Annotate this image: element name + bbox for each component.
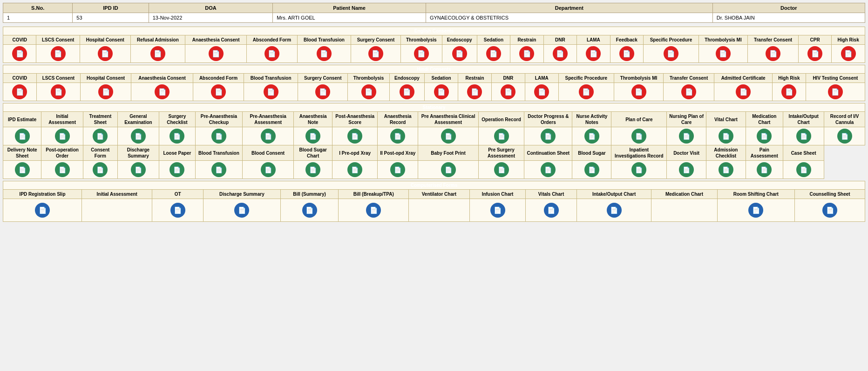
form-icon[interactable]: 📄 [494, 129, 509, 144]
form-icon[interactable]: 📄 [541, 162, 556, 177]
document-icon[interactable]: 📄 [736, 84, 751, 99]
form-icon[interactable]: 📄 [390, 129, 405, 144]
form-icon[interactable]: 📄 [541, 129, 556, 144]
document-icon[interactable]: 📄 [828, 84, 843, 99]
print-icon[interactable]: 📄 [607, 203, 622, 218]
form-icon[interactable]: 📄 [131, 129, 146, 144]
form-icon[interactable]: 📄 [796, 162, 811, 177]
document-icon[interactable]: 📄 [264, 84, 278, 99]
document-icon[interactable]: 📄 [519, 46, 534, 61]
form-icon[interactable]: 📄 [757, 129, 772, 144]
document-icon[interactable]: 📄 [12, 84, 27, 99]
document-icon[interactable]: 📄 [51, 46, 66, 61]
form-icon[interactable]: 📄 [15, 129, 30, 144]
document-icon[interactable]: 📄 [317, 46, 332, 61]
document-icon[interactable]: 📄 [579, 84, 594, 99]
form-icon[interactable]: 📄 [584, 129, 599, 144]
form-icon[interactable]: 📄 [441, 162, 456, 177]
document-icon[interactable]: 📄 [368, 46, 383, 61]
print-icon[interactable]: 📄 [302, 203, 317, 218]
form-icon[interactable]: 📄 [679, 162, 694, 177]
form-icon[interactable]: 📄 [796, 129, 811, 144]
print-icon[interactable]: 📄 [748, 203, 763, 218]
form-icon[interactable]: 📄 [305, 129, 320, 144]
icon-cell: 📄 [3, 45, 36, 63]
print-icon[interactable]: 📄 [366, 203, 381, 218]
form-icon[interactable]: 📄 [55, 162, 70, 177]
col-header: Admission Checklist [706, 145, 746, 161]
form-icon[interactable]: 📄 [631, 162, 646, 177]
form-icon[interactable]: 📄 [631, 129, 646, 144]
form-icon[interactable]: 📄 [211, 162, 226, 177]
form-icon[interactable]: 📄 [719, 162, 733, 177]
document-icon[interactable]: 📄 [452, 46, 467, 61]
document-icon[interactable]: 📄 [586, 46, 601, 61]
document-icon[interactable]: 📄 [264, 46, 279, 61]
document-icon[interactable]: 📄 [781, 84, 796, 99]
form-icon[interactable]: 📄 [584, 162, 599, 177]
icon-cell: 📄 [706, 161, 746, 179]
form-icon[interactable]: 📄 [679, 129, 694, 144]
print-icon[interactable]: 📄 [544, 203, 559, 218]
document-icon[interactable]: 📄 [553, 46, 568, 61]
form-icon[interactable]: 📄 [347, 129, 362, 144]
document-icon[interactable]: 📄 [716, 46, 731, 61]
form-icon[interactable]: 📄 [170, 129, 184, 144]
form-icon[interactable]: 📄 [757, 162, 772, 177]
document-icon[interactable]: 📄 [51, 84, 66, 99]
form-icon[interactable]: 📄 [93, 129, 108, 144]
icon-cell: 📄 [510, 45, 543, 63]
document-icon[interactable]: 📄 [467, 84, 482, 99]
print-icon[interactable]: 📄 [234, 203, 249, 218]
document-icon[interactable]: 📄 [631, 84, 646, 99]
document-icon[interactable]: 📄 [766, 46, 780, 61]
form-icon[interactable]: 📄 [837, 129, 852, 144]
document-icon[interactable]: 📄 [501, 84, 515, 99]
form-icon[interactable]: 📄 [390, 162, 405, 177]
document-icon[interactable]: 📄 [664, 46, 678, 61]
document-icon[interactable]: 📄 [414, 46, 429, 61]
document-icon[interactable]: 📄 [12, 46, 27, 61]
document-icon[interactable]: 📄 [98, 84, 113, 99]
form-icon[interactable]: 📄 [93, 162, 108, 177]
form-icon[interactable]: 📄 [131, 162, 146, 177]
icon-cell: 📄 [558, 83, 614, 101]
form-icon[interactable]: 📄 [305, 162, 320, 177]
document-icon[interactable]: 📄 [98, 46, 113, 61]
form-icon[interactable]: 📄 [15, 162, 30, 177]
computerised-table: Computerised Forms IPD Registration Slip… [3, 181, 865, 222]
form-icon[interactable]: 📄 [494, 162, 509, 177]
document-icon[interactable]: 📄 [534, 84, 549, 99]
document-icon[interactable]: 📄 [486, 46, 501, 61]
icon-cell: 📄 [152, 199, 203, 222]
print-icon[interactable]: 📄 [170, 203, 185, 218]
form-icon[interactable]: 📄 [441, 129, 456, 144]
icon-cell: 📄 [524, 127, 572, 145]
document-icon[interactable]: 📄 [211, 84, 226, 99]
form-icon[interactable]: 📄 [719, 129, 733, 144]
icon-cell: 📄 [667, 127, 706, 145]
col-header: Blood Sugar Chart [294, 145, 332, 161]
form-icon[interactable]: 📄 [261, 129, 276, 144]
document-icon[interactable]: 📄 [150, 46, 165, 61]
form-icon[interactable]: 📄 [347, 162, 362, 177]
col-header: Blood Sugar [572, 145, 611, 161]
document-icon[interactable]: 📄 [209, 46, 224, 61]
document-icon[interactable]: 📄 [361, 84, 376, 99]
document-icon[interactable]: 📄 [400, 84, 414, 99]
print-icon[interactable]: 📄 [35, 203, 50, 218]
document-icon[interactable]: 📄 [807, 46, 822, 61]
print-icon[interactable]: 📄 [822, 203, 837, 218]
icon-cell [82, 199, 152, 222]
document-icon[interactable]: 📄 [841, 46, 856, 61]
document-icon[interactable]: 📄 [155, 84, 170, 99]
form-icon[interactable]: 📄 [211, 129, 226, 144]
form-icon[interactable]: 📄 [170, 162, 184, 177]
document-icon[interactable]: 📄 [681, 84, 696, 99]
form-icon[interactable]: 📄 [55, 129, 70, 144]
document-icon[interactable]: 📄 [619, 46, 634, 61]
print-icon[interactable]: 📄 [490, 203, 505, 218]
document-icon[interactable]: 📄 [434, 84, 449, 99]
document-icon[interactable]: 📄 [315, 84, 330, 99]
form-icon[interactable]: 📄 [261, 162, 276, 177]
